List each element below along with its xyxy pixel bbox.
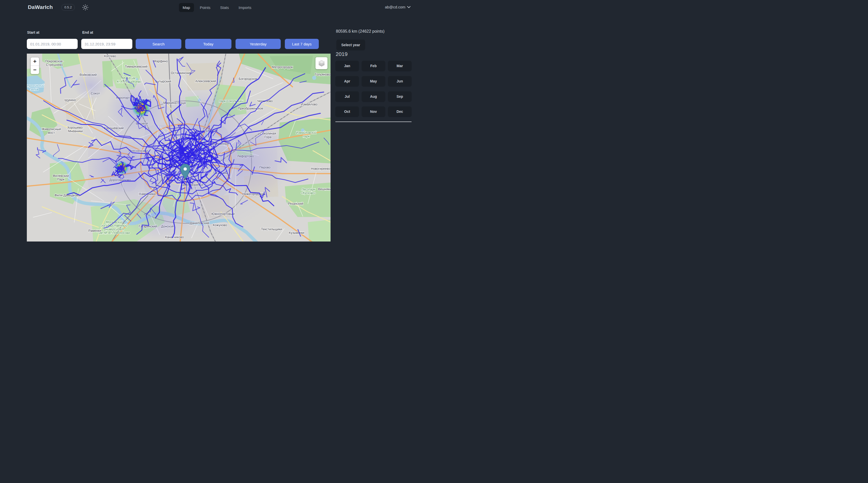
start-at-input[interactable] (27, 39, 78, 49)
map-label: им. М. В. Ломоносова (99, 231, 130, 235)
map-label: Парк (57, 178, 65, 181)
map-label: залив (30, 88, 38, 91)
app-root: DaWarIch 0.5.2 Map Points Stats Imports … (0, 0, 434, 242)
map-label: Богородское (239, 77, 257, 81)
month-button-may[interactable]: May (362, 76, 385, 86)
today-button[interactable]: Today (185, 39, 231, 49)
map-label: парк (303, 134, 310, 138)
map-label: Метрогородок (272, 65, 293, 69)
version-badge: 0.5.2 (61, 4, 75, 11)
map-label: Строгинский (27, 84, 44, 88)
layers-icon (318, 60, 326, 67)
map-label: Кузьминки (289, 231, 305, 235)
app-title: DaWarIch (28, 4, 53, 10)
map-label: Останкинский (171, 71, 191, 75)
map-layers-control[interactable] (315, 57, 328, 69)
month-button-sep[interactable]: Sep (388, 91, 411, 102)
map-label: Гольяново (315, 73, 331, 76)
month-button-jan[interactable]: Jan (335, 61, 359, 71)
month-button-mar[interactable]: Mar (388, 61, 411, 71)
distance-points-summary: 80595.6 km (24622 points) (336, 29, 384, 34)
start-at-label: Start at (27, 30, 39, 34)
month-button-aug[interactable]: Aug (362, 91, 385, 102)
month-button-apr[interactable]: Apr (335, 76, 359, 86)
map-zoom-control: + − (31, 58, 39, 74)
tab-imports[interactable]: Imports (235, 3, 255, 12)
sun-icon (82, 4, 89, 11)
month-button-oct[interactable]: Oct (335, 106, 359, 117)
month-button-jun[interactable]: Jun (388, 76, 411, 86)
month-button-feb[interactable]: Feb (362, 61, 385, 71)
map-label: Щукино (65, 98, 76, 102)
map-label: Рязанский (288, 202, 303, 205)
map-label: Марфино (154, 60, 168, 63)
map-label: университет (104, 227, 124, 231)
tab-stats[interactable]: Stats (216, 3, 233, 12)
map-label: Алексеевский (195, 79, 216, 83)
zoom-in-button[interactable]: + (31, 58, 39, 66)
map-label: мост (48, 131, 55, 134)
year-heading: 2019 (336, 51, 348, 57)
map-label: Коптево (104, 54, 116, 58)
map-label: Измайлово (301, 103, 317, 106)
map-label: Новогиреево (311, 167, 330, 170)
user-menu[interactable]: ab@cd.com (385, 5, 410, 9)
map-label: Филёвский (53, 174, 69, 178)
map-canvas: Коптево Покровское- Стрешнево Тимирязевс… (27, 54, 331, 242)
search-button[interactable]: Search (136, 39, 181, 49)
map-label: Стрешнево (46, 63, 63, 67)
map-label: Живописный (42, 127, 61, 131)
map-label: МСХА им. (122, 76, 136, 80)
main-nav: Map Points Stats Imports (179, 3, 255, 12)
tab-points[interactable]: Points (196, 3, 214, 12)
month-button-dec[interactable]: Dec (388, 106, 411, 117)
sidebar-divider (335, 122, 411, 122)
map-label: Вешняки (318, 187, 331, 191)
zoom-out-button[interactable]: − (31, 66, 39, 74)
last-7-days-button[interactable]: Last 7 days (285, 39, 319, 49)
user-email: ab@cd.com (385, 5, 405, 9)
tab-map[interactable]: Map (179, 3, 194, 12)
yesterday-button[interactable]: Yesterday (236, 39, 281, 49)
map-container[interactable]: Коптево Покровское- Стрешнево Тимирязевс… (27, 54, 331, 242)
map-label: Тимирязевский (125, 65, 147, 68)
month-button-jul[interactable]: Jul (335, 91, 359, 102)
map-label: Текстильщики (261, 227, 282, 231)
select-year-button[interactable]: Select year (336, 39, 365, 50)
map-label: Измайловский (296, 131, 316, 134)
map-label: «Кусково» (301, 191, 316, 195)
chevron-down-icon (407, 6, 410, 8)
end-at-input[interactable] (81, 39, 132, 49)
map-label: Лесопарк (301, 188, 315, 191)
theme-toggle-button[interactable] (82, 4, 89, 11)
end-at-label: End at (82, 30, 93, 34)
month-button-nov[interactable]: Nov (362, 106, 385, 117)
map-label: Покровское- (45, 60, 64, 63)
